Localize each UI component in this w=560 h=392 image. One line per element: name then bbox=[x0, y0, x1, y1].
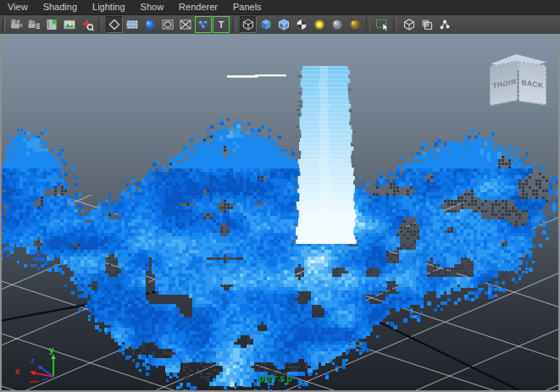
x-ray-icon[interactable] bbox=[419, 16, 435, 33]
lights-icon[interactable] bbox=[311, 16, 328, 33]
axis-y-label: y bbox=[49, 345, 54, 355]
material-shaded-icon[interactable] bbox=[347, 16, 363, 33]
toolbar-separator bbox=[366, 18, 370, 31]
viewport-toolbar: T bbox=[0, 15, 560, 34]
menu-view[interactable]: View bbox=[0, 0, 36, 14]
menu-show[interactable]: Show bbox=[133, 0, 172, 14]
axis-indicator: y x z bbox=[5, 341, 73, 390]
menu-lighting[interactable]: Lighting bbox=[85, 0, 133, 14]
view-cube-right-face[interactable]: RIGHT bbox=[490, 61, 518, 106]
smooth-shade-icon[interactable] bbox=[258, 16, 274, 33]
safe-title-icon[interactable]: T bbox=[213, 16, 230, 33]
pan-zoom-icon[interactable] bbox=[79, 16, 96, 33]
menu-renderer[interactable]: Renderer bbox=[171, 0, 225, 14]
wireframe-icon[interactable] bbox=[240, 16, 257, 33]
image-plane-icon[interactable] bbox=[61, 16, 78, 33]
resolution-gate-icon[interactable] bbox=[124, 16, 141, 33]
gate-mask-icon[interactable] bbox=[141, 16, 158, 33]
isolate-select-icon[interactable] bbox=[401, 16, 418, 33]
toolbar-separator bbox=[393, 18, 397, 31]
viewport-canvas[interactable] bbox=[2, 34, 558, 390]
select-camera-icon[interactable] bbox=[8, 16, 25, 33]
safe-action-icon[interactable] bbox=[159, 16, 176, 33]
highlight-selection-icon[interactable] bbox=[374, 16, 391, 33]
maya-panel: View Shading Lighting Show Renderer Pane… bbox=[0, 0, 560, 392]
x-ray-joints-icon[interactable] bbox=[436, 16, 453, 33]
view-cube-back-label: BACK bbox=[522, 78, 544, 90]
view-cube-right-label: RIGHT bbox=[492, 77, 516, 90]
highlight-spheres-icon[interactable] bbox=[195, 16, 212, 33]
shade-wireframe-icon[interactable] bbox=[275, 16, 292, 33]
camera-attributes-icon[interactable] bbox=[25, 16, 42, 33]
bookmarks-icon[interactable] bbox=[43, 16, 60, 33]
toolbar-handle bbox=[3, 18, 5, 31]
default-material-icon[interactable] bbox=[329, 16, 346, 33]
view-cube[interactable]: RIGHT BACK bbox=[488, 54, 551, 113]
svg-text:T: T bbox=[218, 19, 224, 30]
toolbar-separator bbox=[98, 18, 103, 31]
viewport: RIGHT BACK y x z persp bbox=[0, 34, 560, 392]
toolbar-separator bbox=[232, 18, 236, 31]
axis-z-label: z bbox=[30, 356, 35, 365]
view-cube-back-face[interactable]: BACK bbox=[518, 62, 546, 106]
camera-label: persp bbox=[258, 373, 293, 384]
textured-icon[interactable] bbox=[293, 16, 310, 33]
axis-x-label: x bbox=[15, 367, 20, 376]
film-gate-icon[interactable] bbox=[106, 16, 123, 33]
field-chart-icon[interactable] bbox=[177, 16, 194, 33]
menu-shading[interactable]: Shading bbox=[36, 0, 85, 14]
menu-panels[interactable]: Panels bbox=[225, 0, 269, 14]
viewport-menubar: View Shading Lighting Show Renderer Pane… bbox=[0, 0, 560, 15]
